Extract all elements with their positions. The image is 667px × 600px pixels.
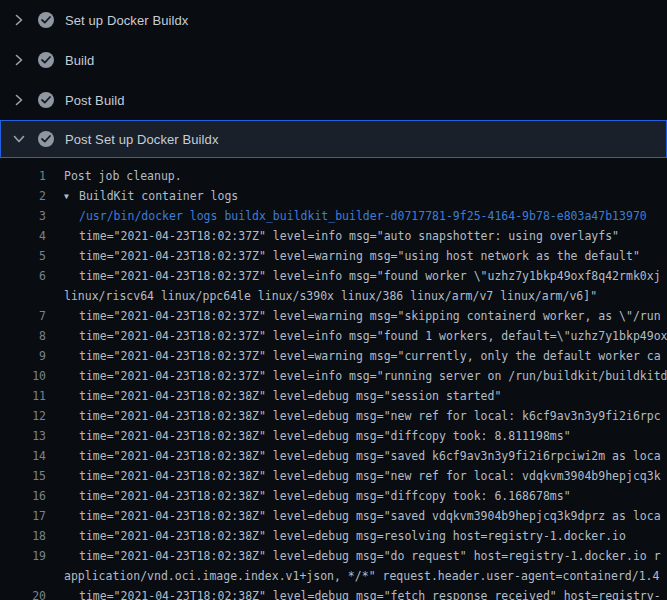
success-check-icon xyxy=(38,52,54,68)
step-build[interactable]: Build xyxy=(0,40,667,80)
log-text: time="2021-04-23T18:02:37Z" level=info m… xyxy=(64,266,661,286)
log-row: 6time="2021-04-23T18:02:37Z" level=info … xyxy=(0,266,667,286)
log-row: 4time="2021-04-23T18:02:37Z" level=info … xyxy=(0,226,667,246)
log-row: 12time="2021-04-23T18:02:38Z" level=debu… xyxy=(0,406,667,426)
log-row: 15time="2021-04-23T18:02:38Z" level=debu… xyxy=(0,466,667,486)
log-row: 17time="2021-04-23T18:02:38Z" level=debu… xyxy=(0,506,667,526)
log-row: 5time="2021-04-23T18:02:37Z" level=warni… xyxy=(0,246,667,266)
group-collapse-triangle-icon[interactable]: ▼ xyxy=(64,187,79,206)
log-line-number[interactable]: 7 xyxy=(0,306,46,326)
log-line-number[interactable]: 6 xyxy=(0,266,46,286)
log-text: linux/riscv64 linux/ppc64le linux/s390x … xyxy=(64,289,597,303)
log-row: 14time="2021-04-23T18:02:38Z" level=debu… xyxy=(0,446,667,466)
log-row: application/vnd.oci.image.index.v1+json,… xyxy=(0,566,667,586)
log-text: time="2021-04-23T18:02:37Z" level=warnin… xyxy=(64,306,661,326)
log-row: 13time="2021-04-23T18:02:38Z" level=debu… xyxy=(0,426,667,446)
success-check-icon xyxy=(38,131,54,147)
log-command-text: /usr/bin/docker logs buildx_buildkit_bui… xyxy=(64,206,647,226)
log-row: 16time="2021-04-23T18:02:38Z" level=debu… xyxy=(0,486,667,506)
log-line-number[interactable]: 2 xyxy=(0,186,46,206)
step-set-up-docker-buildx[interactable]: Set up Docker Buildx xyxy=(0,0,667,40)
log-line-number[interactable]: 12 xyxy=(0,406,46,426)
log-text: time="2021-04-23T18:02:37Z" level=warnin… xyxy=(64,346,661,366)
log-line-number[interactable]: 8 xyxy=(0,326,46,346)
step-label: Post Build xyxy=(65,93,125,108)
log-text: Post job cleanup. xyxy=(64,169,182,183)
log-row: 3/usr/bin/docker logs buildx_buildkit_bu… xyxy=(0,206,667,226)
log-row: 10time="2021-04-23T18:02:37Z" level=info… xyxy=(0,366,667,386)
log-text: time="2021-04-23T18:02:38Z" level=debug … xyxy=(64,446,661,466)
step-label: Set up Docker Buildx xyxy=(65,13,188,28)
log-text: time="2021-04-23T18:02:38Z" level=debug … xyxy=(64,586,661,600)
chevron-right-icon[interactable] xyxy=(13,12,25,28)
step-list: Set up Docker Buildx Build Post Build Po… xyxy=(0,0,667,158)
log-row: 19time="2021-04-23T18:02:38Z" level=debu… xyxy=(0,546,667,566)
log-text: time="2021-04-23T18:02:37Z" level=info m… xyxy=(64,366,667,386)
log-text: time="2021-04-23T18:02:37Z" level=info m… xyxy=(64,226,619,246)
log-row: 7time="2021-04-23T18:02:37Z" level=warni… xyxy=(0,306,667,326)
step-label: Post Set up Docker Buildx xyxy=(65,132,219,147)
log-line-number[interactable]: 1 xyxy=(0,166,46,186)
step-post-build[interactable]: Post Build xyxy=(0,80,667,120)
log-text: time="2021-04-23T18:02:38Z" level=debug … xyxy=(64,506,661,526)
step-post-set-up-docker-buildx[interactable]: Post Set up Docker Buildx xyxy=(0,120,667,158)
log-text: time="2021-04-23T18:02:38Z" level=debug … xyxy=(64,426,571,446)
log-text: time="2021-04-23T18:02:38Z" level=debug … xyxy=(64,546,661,566)
log-row: 9time="2021-04-23T18:02:37Z" level=warni… xyxy=(0,346,667,366)
success-check-icon xyxy=(38,12,54,28)
log-line-number[interactable]: 10 xyxy=(0,366,46,386)
actions-log-viewer: { "colors": { "page_background": "#090c1… xyxy=(0,0,667,600)
log-line-number[interactable]: 14 xyxy=(0,446,46,466)
log-text[interactable]: ▼BuildKit container logs xyxy=(64,189,238,203)
log-line-number[interactable]: 3 xyxy=(0,206,46,226)
log-row: 8time="2021-04-23T18:02:37Z" level=info … xyxy=(0,326,667,346)
log-line-number[interactable]: 13 xyxy=(0,426,46,446)
log-text: time="2021-04-23T18:02:38Z" level=debug … xyxy=(64,386,501,406)
log-text: time="2021-04-23T18:02:37Z" level=warnin… xyxy=(64,246,640,266)
log-line-number[interactable]: 15 xyxy=(0,466,46,486)
log-line-number[interactable]: 20 xyxy=(0,586,46,600)
success-check-icon xyxy=(38,92,54,108)
log-row: 20time="2021-04-23T18:02:38Z" level=debu… xyxy=(0,586,667,600)
log-line-number[interactable]: 19 xyxy=(0,546,46,566)
log-row: 18time="2021-04-23T18:02:38Z" level=debu… xyxy=(0,526,667,546)
log-content: 1Post job cleanup.2▼BuildKit container l… xyxy=(0,158,667,600)
log-line-number[interactable]: 11 xyxy=(0,386,46,406)
log-text: time="2021-04-23T18:02:38Z" level=debug … xyxy=(64,466,661,486)
log-text: time="2021-04-23T18:02:38Z" level=debug … xyxy=(64,406,661,426)
log-line-number[interactable]: 18 xyxy=(0,526,46,546)
chevron-right-icon[interactable] xyxy=(13,92,25,108)
log-row: 2▼BuildKit container logs xyxy=(0,186,667,206)
log-text: application/vnd.oci.image.index.v1+json,… xyxy=(64,569,659,583)
log-text: time="2021-04-23T18:02:37Z" level=info m… xyxy=(64,326,667,346)
chevron-down-icon[interactable] xyxy=(13,131,25,147)
log-text: time="2021-04-23T18:02:38Z" level=debug … xyxy=(64,526,626,546)
log-line-number[interactable]: 16 xyxy=(0,486,46,506)
chevron-right-icon[interactable] xyxy=(13,52,25,68)
log-line-number[interactable]: 17 xyxy=(0,506,46,526)
log-line-number[interactable]: 5 xyxy=(0,246,46,266)
log-row: 11time="2021-04-23T18:02:38Z" level=debu… xyxy=(0,386,667,406)
log-line-number[interactable]: 9 xyxy=(0,346,46,366)
log-row: linux/riscv64 linux/ppc64le linux/s390x … xyxy=(0,286,667,306)
log-row: 1Post job cleanup. xyxy=(0,166,667,186)
log-text: time="2021-04-23T18:02:38Z" level=debug … xyxy=(64,486,571,506)
log-line-number[interactable]: 4 xyxy=(0,226,46,246)
step-label: Build xyxy=(65,53,94,68)
